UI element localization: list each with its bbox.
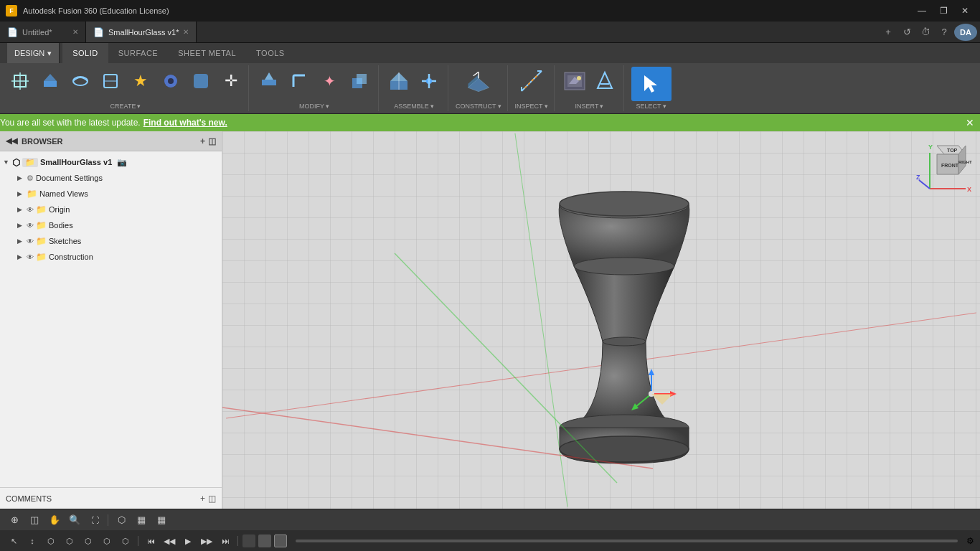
tab-smallhourglass[interactable]: 📄 SmallHourGlass v1* ✕ <box>86 22 197 42</box>
create-loft-button[interactable]: ★ <box>126 67 155 95</box>
comments-add-icon[interactable]: + <box>200 494 205 504</box>
zoom-button[interactable]: 🔍 <box>66 512 83 529</box>
notification-link[interactable]: Find out what's new. <box>143 118 227 128</box>
anim-step-forward-button[interactable]: ▶▶ <box>199 533 215 549</box>
visual-style-button[interactable]: ▦ <box>133 512 150 529</box>
browser-collapse-icon[interactable]: ◀◀ <box>6 136 17 146</box>
insert-derive-button[interactable] <box>590 67 619 95</box>
anim-blank-icon1[interactable] <box>242 534 255 547</box>
bodies-visibility-icon[interactable]: 👁 <box>27 222 34 230</box>
construct-label-text: CONSTRUCT <box>456 103 496 110</box>
orbit-button[interactable]: ⊕ <box>6 512 23 529</box>
close-button[interactable]: ✕ <box>956 4 974 18</box>
modify-group-label[interactable]: MODIFY ▾ <box>299 103 329 110</box>
fit-button[interactable]: ⛶ <box>86 512 103 529</box>
anim-explode-button[interactable]: ⬡ <box>118 533 133 549</box>
cube-navigator[interactable]: X Y Z TOP FRONT RIGHT <box>915 138 973 196</box>
anim-surface-button[interactable]: ⬡ <box>99 533 115 549</box>
select-group-label[interactable]: SELECT ▾ <box>636 103 666 110</box>
mode-tab-surface[interactable]: SURFACE <box>108 43 168 63</box>
assemble-new-component-button[interactable] <box>385 67 413 95</box>
user-avatar[interactable]: DA <box>954 24 977 41</box>
insert-group-label[interactable]: INSERT ▾ <box>575 103 604 110</box>
select-button[interactable] <box>631 67 672 101</box>
anim-solid-button[interactable]: ⬡ <box>80 533 96 549</box>
design-button[interactable]: DESIGN ▾ <box>7 43 60 63</box>
titlebar-controls: — ❐ ✕ <box>913 4 974 18</box>
look-at-button[interactable]: ◫ <box>26 512 43 529</box>
create-group-label[interactable]: CREATE ▾ <box>110 103 141 110</box>
anim-step-back-button[interactable]: ◀◀ <box>161 533 177 549</box>
tree-item-sketches[interactable]: ▶ 👁 📁 Sketches <box>0 233 222 249</box>
anim-sketch-button[interactable]: ⬡ <box>43 533 59 549</box>
origin-visibility-icon[interactable]: 👁 <box>27 206 34 214</box>
modify-press-pull-button[interactable] <box>255 67 283 95</box>
construct-dropdown-icon: ▾ <box>498 103 501 110</box>
tree-item-origin[interactable]: ▶ 👁 📁 Origin <box>0 202 222 217</box>
create-hole-button[interactable] <box>156 67 185 95</box>
anim-transform-button[interactable]: ↕ <box>24 533 40 549</box>
create-new-body-button[interactable] <box>6 67 34 95</box>
tab-smallhourglass-close[interactable]: ✕ <box>183 28 189 36</box>
mode-tab-tools[interactable]: TOOLS <box>246 43 295 63</box>
tree-item-construction[interactable]: ▶ 👁 📁 Construction <box>0 249 222 265</box>
settings-gear-icon[interactable]: ⚙ <box>966 536 974 546</box>
add-tab-button[interactable]: + <box>880 24 897 41</box>
timeline-track[interactable] <box>296 540 958 542</box>
mode-tab-solid[interactable]: SOLID <box>62 43 108 63</box>
inspect-measure-button[interactable] <box>517 67 546 95</box>
create-sweep-button[interactable] <box>96 67 125 95</box>
anim-play-button[interactable]: ▶ <box>180 533 196 549</box>
anim-path-button[interactable]: ⬡ <box>62 533 77 549</box>
insert-canvas-button[interactable] <box>560 67 589 95</box>
tree-item-bodies[interactable]: ▶ 👁 📁 Bodies <box>0 217 222 233</box>
anim-blank-icon3[interactable] <box>274 534 287 547</box>
browser-add-icon[interactable]: + <box>200 136 205 146</box>
grid-button[interactable]: ▦ <box>153 512 170 529</box>
root-camera-icon[interactable]: 📷 <box>117 158 127 167</box>
maximize-button[interactable]: ❐ <box>934 4 953 18</box>
history-button[interactable]: ⏱ <box>917 24 934 41</box>
tab-untitled-close[interactable]: ✕ <box>72 28 78 36</box>
move-gizmo[interactable] <box>623 365 680 423</box>
create-revolve-button[interactable] <box>66 67 95 95</box>
display-mode-button[interactable]: ⬡ <box>113 512 130 529</box>
tree-item-named-views[interactable]: ▶ 📁 Named Views <box>0 186 222 202</box>
select-dropdown-icon: ▾ <box>663 103 666 110</box>
inspect-dropdown-icon: ▾ <box>545 103 548 110</box>
svg-marker-21 <box>468 78 489 91</box>
tree-item-root[interactable]: ▼ ⬡ 📁 SmallHourGlass v1 📷 <box>0 154 222 170</box>
anim-select-button[interactable]: ↖ <box>6 533 22 549</box>
comments-panel-icon[interactable]: ◫ <box>208 494 216 504</box>
tab-untitled[interactable]: 📄 Untitled* ✕ <box>0 22 86 42</box>
assemble-group-label[interactable]: ASSEMBLE ▾ <box>394 103 434 110</box>
svg-marker-4 <box>44 74 57 81</box>
mode-tab-sheetmetal[interactable]: SHEET METAL <box>168 43 246 63</box>
construct-buttons <box>464 67 493 95</box>
comments-icons: + ◫ <box>200 494 216 504</box>
notification-close[interactable]: ✕ <box>966 117 974 128</box>
anim-blank-icon2[interactable] <box>258 534 271 547</box>
anim-step-end-button[interactable]: ⏭ <box>217 533 233 549</box>
construct-group-label[interactable]: CONSTRUCT ▾ <box>456 103 501 110</box>
minimize-button[interactable]: — <box>913 4 931 18</box>
sketches-visibility-icon[interactable]: 👁 <box>27 237 34 245</box>
construct-plane-button[interactable] <box>464 67 493 95</box>
viewport[interactable]: X Y Z TOP FRONT RIGHT <box>222 131 980 509</box>
modify-fillet-button[interactable] <box>285 67 314 95</box>
browser-panel-icon[interactable]: ◫ <box>208 136 216 146</box>
pan-button[interactable]: ✋ <box>46 512 63 529</box>
create-fillet-button[interactable] <box>187 67 215 95</box>
modify-combine-button[interactable] <box>345 67 374 95</box>
inspect-group-label[interactable]: INSPECT ▾ <box>515 103 548 110</box>
construction-visibility-icon[interactable]: 👁 <box>27 253 34 261</box>
create-extrude-button[interactable] <box>36 67 65 95</box>
tree-item-document-settings[interactable]: ▶ ⚙ Document Settings <box>0 170 222 186</box>
create-move-button[interactable]: ✛ <box>217 67 245 95</box>
anim-step-start-button[interactable]: ⏮ <box>143 533 159 549</box>
help-button[interactable]: ? <box>936 24 953 41</box>
modify-chamfer-button[interactable]: ✦ <box>315 67 344 95</box>
notification-text: You are all set with the latest update. <box>0 118 141 128</box>
assemble-joint-button[interactable] <box>415 67 443 95</box>
refresh-button[interactable]: ↺ <box>898 24 915 41</box>
